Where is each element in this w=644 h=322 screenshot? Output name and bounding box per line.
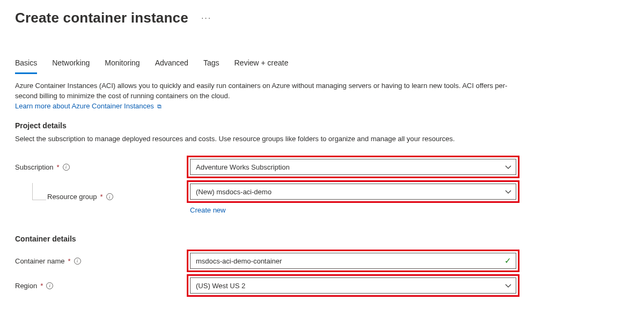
page-title: Create container instance [15, 10, 188, 26]
project-details-subtitle: Select the subscription to manage deploy… [15, 134, 519, 144]
required-asterisk: * [40, 282, 43, 290]
more-button[interactable]: ··· [201, 13, 211, 23]
create-new-link[interactable]: Create new [190, 206, 225, 214]
required-asterisk: * [68, 257, 71, 265]
tree-connector [32, 183, 46, 200]
info-icon[interactable]: i [46, 282, 53, 289]
highlight-container-name: msdocs-aci-demo-container ✓ [187, 250, 519, 272]
learn-more-link[interactable]: Learn more about Azure Container Instanc… [15, 102, 162, 110]
container-name-label: Container name [15, 257, 65, 265]
chevron-down-icon [505, 164, 510, 170]
tab-tags[interactable]: Tags [203, 55, 219, 74]
region-value: (US) West US 2 [196, 282, 245, 290]
intro-text: Azure Container Instances (ACI) allows y… [15, 81, 519, 112]
check-icon: ✓ [504, 256, 511, 266]
subscription-dropdown[interactable]: Adventure Works Subscription [190, 159, 516, 175]
info-icon[interactable]: i [106, 193, 113, 200]
tab-review-create[interactable]: Review + create [235, 55, 289, 74]
tab-networking[interactable]: Networking [52, 55, 90, 74]
chevron-down-icon [505, 283, 510, 288]
region-dropdown[interactable]: (US) West US 2 [190, 277, 516, 294]
tab-advanced[interactable]: Advanced [155, 55, 188, 74]
resource-group-value: (New) msdocs-aci-demo [196, 188, 272, 196]
info-icon[interactable]: i [74, 258, 81, 265]
required-asterisk: * [57, 163, 60, 171]
resource-group-dropdown[interactable]: (New) msdocs-aci-demo [190, 184, 516, 200]
required-asterisk: * [100, 193, 103, 201]
external-link-icon: ⧉ [156, 103, 162, 109]
highlight-subscription: Adventure Works Subscription [187, 156, 519, 178]
container-name-input[interactable]: msdocs-aci-demo-container ✓ [190, 253, 516, 269]
subscription-label: Subscription [15, 163, 54, 171]
tab-bar: Basics Networking Monitoring Advanced Ta… [15, 55, 629, 74]
region-label: Region [15, 282, 37, 290]
tab-monitoring[interactable]: Monitoring [105, 55, 140, 74]
highlight-region: (US) West US 2 [187, 274, 519, 297]
subscription-value: Adventure Works Subscription [196, 163, 290, 171]
resource-group-label: Resource group [47, 193, 97, 201]
project-details-title: Project details [15, 121, 629, 130]
intro-body: Azure Container Instances (ACI) allows y… [15, 82, 507, 100]
tab-basics[interactable]: Basics [15, 55, 37, 74]
chevron-down-icon [505, 189, 510, 194]
container-name-value: msdocs-aci-demo-container [196, 257, 282, 265]
info-icon[interactable]: i [63, 164, 70, 171]
container-details-title: Container details [15, 235, 629, 243]
highlight-resource-group: (New) msdocs-aci-demo [187, 180, 519, 203]
